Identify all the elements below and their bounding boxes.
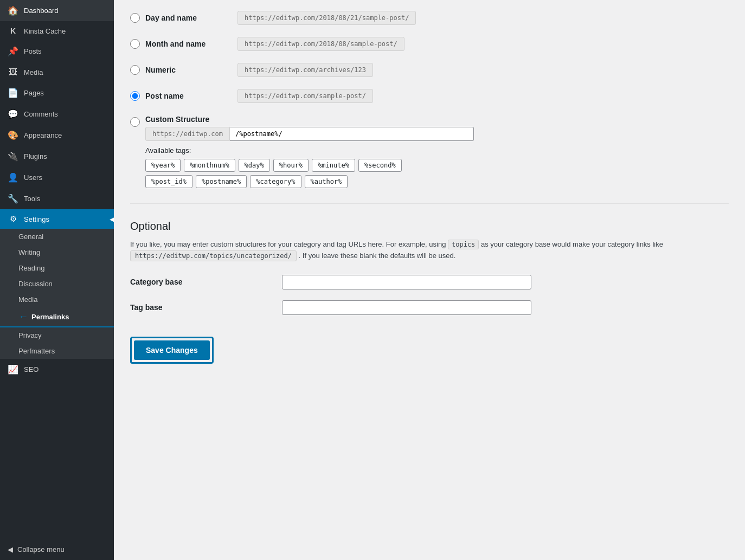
tag-day[interactable]: %day%	[239, 159, 270, 172]
url-post-name: https://editwp.com/sample-post/	[237, 89, 373, 103]
tag-hour[interactable]: %hour%	[273, 159, 309, 172]
collapse-menu[interactable]: ◀ Collapse menu	[0, 539, 114, 560]
settings-sub-writing[interactable]: Writing	[0, 244, 114, 260]
topics-highlight: topics	[448, 240, 479, 249]
label-month-name: Month and name	[145, 40, 232, 48]
permalink-option-month-name[interactable]: Month and name https://editwp.com/2018/0…	[130, 37, 729, 51]
collapse-icon: ◀	[8, 545, 13, 553]
save-button[interactable]: Save Changes	[134, 340, 210, 360]
media-icon: 🖼	[8, 67, 18, 77]
save-button-wrapper: Save Changes	[130, 337, 214, 364]
label-post-name: Post name	[145, 92, 232, 100]
main-content: Day and name https://editwp.com/2018/08/…	[114, 0, 745, 560]
radio-custom-structure[interactable]	[130, 117, 140, 127]
sidebar-item-seo[interactable]: 📈 SEO	[0, 359, 114, 380]
tag-category[interactable]: %category%	[250, 175, 301, 188]
radio-numeric[interactable]	[130, 65, 140, 75]
arrow-left-icon: ←	[18, 311, 28, 323]
sidebar-item-tools[interactable]: 🔧 Tools	[0, 188, 114, 209]
permalink-option-numeric[interactable]: Numeric https://editwp.com/archives/123	[130, 63, 729, 77]
label-custom-structure: Custom Structure	[145, 115, 209, 124]
sidebar-item-pages[interactable]: 📄 Pages	[0, 82, 114, 104]
settings-sub-discussion[interactable]: Discussion	[0, 276, 114, 292]
url-numeric: https://editwp.com/archives/123	[237, 63, 373, 77]
field-tag-base: Tag base	[130, 300, 729, 315]
sidebar-item-settings[interactable]: ⚙ Settings ◀	[0, 209, 114, 229]
tag-year[interactable]: %year%	[145, 159, 181, 172]
tag-postname[interactable]: %postname%	[196, 175, 247, 188]
settings-sub-media[interactable]: Media	[0, 292, 114, 307]
sidebar-item-kinsta[interactable]: K Kinsta Cache	[0, 21, 114, 41]
input-tag-base[interactable]	[282, 300, 531, 315]
radio-month-name[interactable]	[130, 39, 140, 49]
tools-icon: 🔧	[8, 194, 18, 204]
tag-second[interactable]: %second%	[358, 159, 402, 172]
field-category-base: Category base	[130, 275, 729, 289]
label-tag-base: Tag base	[130, 303, 282, 312]
sidebar-item-users[interactable]: 👤 Users	[0, 167, 114, 188]
optional-title: Optional	[130, 220, 729, 233]
settings-sub-general[interactable]: General	[0, 229, 114, 244]
kinsta-icon: K	[8, 27, 18, 35]
sidebar: 🏠 Dashboard K Kinsta Cache 📌 Posts 🖼 Med…	[0, 0, 114, 560]
label-category-base: Category base	[130, 278, 282, 286]
label-numeric: Numeric	[145, 66, 232, 74]
settings-sub-permalinks[interactable]: ← Permalinks	[0, 307, 114, 327]
sidebar-item-appearance[interactable]: 🎨 Appearance	[0, 125, 114, 146]
permalink-option-day-name[interactable]: Day and name https://editwp.com/2018/08/…	[130, 11, 729, 25]
settings-sub-reading[interactable]: Reading	[0, 260, 114, 276]
custom-url-base: https://editwp.com	[145, 127, 230, 141]
label-day-name: Day and name	[145, 14, 232, 22]
available-tags-label: Available tags:	[145, 146, 474, 155]
pages-icon: 📄	[8, 88, 18, 98]
radio-day-name[interactable]	[130, 13, 140, 23]
tags-row-1: %year% %monthnum% %day% %hour% %minute% …	[145, 159, 474, 172]
tag-post-id[interactable]: %post_id%	[145, 175, 192, 188]
radio-post-name[interactable]	[130, 91, 140, 101]
sidebar-item-comments[interactable]: 💬 Comments	[0, 104, 114, 125]
sidebar-item-dashboard[interactable]: 🏠 Dashboard	[0, 0, 114, 21]
sidebar-item-media[interactable]: 🖼 Media	[0, 62, 114, 82]
dashboard-icon: 🏠	[8, 5, 18, 16]
permalink-option-custom: Custom Structure https://editwp.com Avai…	[130, 115, 729, 191]
posts-icon: 📌	[8, 46, 18, 56]
url-month-name: https://editwp.com/2018/08/sample-post/	[237, 37, 404, 51]
example-url: https://editwp.com/topics/uncategorized/	[130, 250, 297, 261]
tag-monthnum[interactable]: %monthnum%	[184, 159, 235, 172]
tags-row-2: %post_id% %postname% %category% %author%	[145, 175, 474, 188]
settings-icon: ⚙	[8, 214, 18, 224]
sidebar-item-plugins[interactable]: 🔌 Plugins	[0, 146, 114, 167]
tag-author[interactable]: %author%	[305, 175, 348, 188]
settings-sub-perfmatters[interactable]: Perfmatters	[0, 343, 114, 359]
settings-submenu: General Writing Reading Discussion Media…	[0, 229, 114, 359]
input-category-base[interactable]	[282, 275, 531, 289]
tag-minute[interactable]: %minute%	[312, 159, 355, 172]
appearance-icon: 🎨	[8, 130, 18, 140]
seo-icon: 📈	[8, 364, 18, 375]
settings-sub-privacy[interactable]: Privacy	[0, 327, 114, 343]
permalink-option-post-name[interactable]: Post name https://editwp.com/sample-post…	[130, 89, 729, 103]
users-icon: 👤	[8, 172, 18, 183]
plugins-icon: 🔌	[8, 151, 18, 162]
settings-arrow: ◀	[110, 213, 114, 225]
comments-icon: 💬	[8, 109, 18, 119]
custom-structure-input[interactable]	[230, 127, 474, 141]
sidebar-item-posts[interactable]: 📌 Posts	[0, 41, 114, 62]
optional-description: If you like, you may enter custom struct…	[130, 239, 672, 262]
url-day-name: https://editwp.com/2018/08/21/sample-pos…	[237, 11, 416, 25]
divider	[130, 203, 729, 204]
